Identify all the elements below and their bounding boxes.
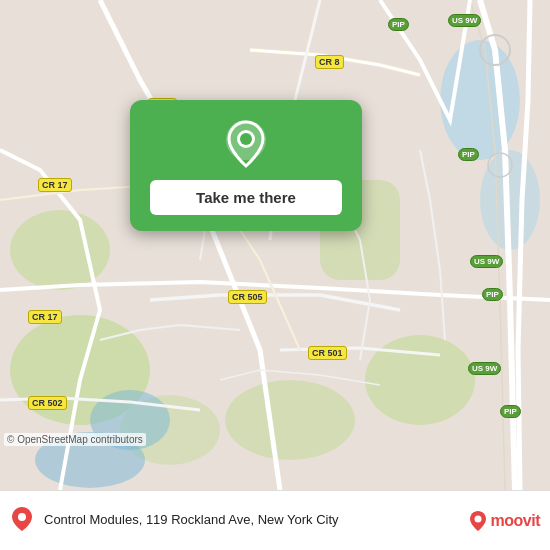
take-me-there-button[interactable]: Take me there xyxy=(150,180,342,215)
road-label-pip2: PIP xyxy=(458,148,479,161)
road-label-pip3: PIP xyxy=(482,288,503,301)
road-label-cr502: CR 502 xyxy=(28,396,67,410)
road-label-us9w2: US 9W xyxy=(470,255,503,268)
svg-point-2 xyxy=(10,210,110,290)
popup-card: Take me there xyxy=(130,100,362,231)
road-label-cr8: CR 8 xyxy=(315,55,344,69)
map-container: CR 8 PIP US 9W PIP PIP US 9W PIP US 9W C… xyxy=(0,0,550,490)
address-text: Control Modules, 119 Rockland Ave, New Y… xyxy=(44,512,467,529)
map-attribution: © OpenStreetMap contributors xyxy=(4,433,146,446)
svg-point-5 xyxy=(225,380,355,460)
bottom-bar: Control Modules, 119 Rockland Ave, New Y… xyxy=(0,490,550,550)
svg-point-16 xyxy=(18,513,26,521)
road-label-cr501: CR 501 xyxy=(308,346,347,360)
road-label-cr505: CR 505 xyxy=(228,290,267,304)
moovit-logo: moovit xyxy=(467,510,540,532)
road-label-pip4: PIP xyxy=(500,405,521,418)
road-label-cr17b: CR 17 xyxy=(28,310,62,324)
moovit-text: moovit xyxy=(491,512,540,530)
svg-point-15 xyxy=(240,133,252,145)
location-icon xyxy=(8,505,36,537)
road-label-us9w1: US 9W xyxy=(448,14,481,27)
road-label-pip1: PIP xyxy=(388,18,409,31)
svg-point-17 xyxy=(474,515,481,522)
road-label-cr17a: CR 17 xyxy=(38,178,72,192)
road-label-us9w3: US 9W xyxy=(468,362,501,375)
location-pin-icon xyxy=(220,118,272,170)
moovit-pin-icon xyxy=(467,510,489,532)
